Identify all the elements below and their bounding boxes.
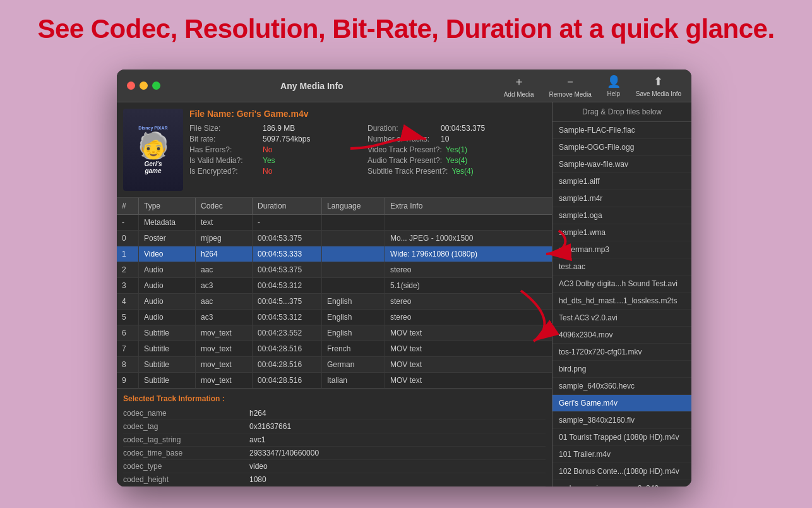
info-val: 1080	[249, 475, 266, 484]
track-info-area: Selected Track Information : codec_name …	[117, 389, 552, 487]
track-table: # Type Codec Duration Language Extra Inf…	[117, 198, 552, 389]
file-list-item[interactable]: Sample-FLAC-File.flac	[552, 122, 691, 139]
file-list-item[interactable]: tos-1720x720-cfg01.mkv	[552, 344, 691, 361]
table-row[interactable]: 2 Audio aac 00:04:53.375 stereo	[117, 262, 552, 278]
cell-codec: aac	[196, 294, 253, 309]
cell-num: 3	[117, 278, 139, 293]
table-row[interactable]: 0 Poster mjpeg 00:04:53.375 Mo... JPEG -…	[117, 231, 552, 246]
cell-type: Subtitle	[139, 341, 196, 356]
file-list-item[interactable]: sample1.m4r	[552, 190, 691, 207]
info-val: h264	[249, 409, 266, 418]
info-val: 0x31637661	[249, 422, 291, 431]
track-info-header: Selected Track Information :	[123, 394, 546, 403]
save-icon: ⬆	[654, 75, 663, 88]
file-list-item[interactable]: Geri's Game.m4v	[552, 395, 691, 412]
file-list-item[interactable]: AC3 Dolby digita...h Sound Test.avi	[552, 275, 691, 293]
cell-type: Subtitle	[139, 325, 196, 341]
cell-duration: -	[253, 215, 322, 230]
app-title: Any Media Info	[120, 81, 504, 91]
filename-header: File Name: Geri's Game.m4v	[189, 109, 546, 119]
file-list-item[interactable]: bird.png	[552, 361, 691, 378]
table-row[interactable]: 1 Video h264 00:04:53.333 Wide: 1796x108…	[117, 246, 552, 262]
audio-track-value: Yes(4)	[446, 156, 467, 165]
cell-language: English	[322, 294, 385, 309]
remove-media-button[interactable]: － Remove Media	[549, 74, 591, 98]
file-size-label: File Size:	[189, 124, 259, 133]
cell-duration: 00:04:53.375	[253, 262, 322, 277]
file-list-item[interactable]: Sample-OGG-File.ogg	[552, 139, 691, 156]
table-row[interactable]: 4 Audio aac 00:04:5...375 English stereo	[117, 294, 552, 310]
title-bar: Any Media Info ＋ Add Media － Remove Medi…	[117, 70, 691, 102]
file-list-item[interactable]: 101 Trailer.m4v	[552, 446, 691, 463]
is-valid-label: Is Valid Media?:	[189, 156, 259, 165]
cell-num: 8	[117, 357, 139, 372]
file-size-value: 186.9 MB	[263, 124, 295, 133]
cell-num: 0	[117, 231, 139, 246]
file-list-item[interactable]: superman.mp3	[552, 241, 691, 258]
num-tracks-label: Number of Tracks:	[367, 135, 437, 143]
cell-codec: mjpeg	[196, 231, 253, 246]
table-body: - Metadata text - 0 Poster mjpeg 00:04:5…	[117, 215, 552, 389]
add-icon: ＋	[513, 74, 525, 89]
audio-track-label: Audio Track Present?:	[367, 156, 442, 165]
help-button[interactable]: 👤 Help	[607, 75, 621, 97]
cell-extra	[385, 215, 552, 230]
app-window: Any Media Info ＋ Add Media － Remove Medi…	[117, 70, 691, 487]
cell-duration: 00:04:28.516	[253, 357, 322, 372]
left-panel: Disney PIXAR 🧓 Geri'sgame File Name: Ger…	[117, 102, 552, 487]
info-val: 2933347/140660000	[249, 449, 319, 457]
file-list-item[interactable]: test.aac	[552, 258, 691, 275]
cell-language	[322, 231, 385, 246]
cell-codec: mov_text	[196, 357, 253, 372]
file-list-item[interactable]: sample_640x360.hevc	[552, 378, 691, 395]
file-list-item[interactable]: hd_dts_hd_mast....1_lossless.m2ts	[552, 293, 691, 310]
file-list-item[interactable]: 4096x2304.mov	[552, 327, 691, 344]
duration-value: 00:04:53.375	[441, 124, 485, 133]
table-row[interactable]: 6 Subtitle mov_text 00:04:23.552 English…	[117, 325, 552, 341]
table-row[interactable]: 5 Audio ac3 00:04:53.312 English stereo	[117, 310, 552, 325]
bit-rate-value: 5097.754kbps	[263, 135, 310, 143]
table-row[interactable]: 8 Subtitle mov_text 00:04:28.516 German …	[117, 357, 552, 373]
cell-duration: 00:04:53.333	[253, 246, 322, 262]
file-list-item[interactable]: sample1.oga	[552, 207, 691, 224]
duration-label: Duration:	[367, 124, 437, 133]
file-list-item[interactable]: 102 Bonus Conte...(1080p HD).m4v	[552, 463, 691, 480]
file-list-item[interactable]: makeup_mjpeg_pcm_u8_240p.mov	[552, 480, 691, 487]
file-list-item[interactable]: sample1.wma	[552, 224, 691, 241]
file-list-item[interactable]: Sample-wav-file.wav	[552, 156, 691, 173]
cell-num: -	[117, 215, 139, 230]
table-row[interactable]: 9 Subtitle mov_text 00:04:28.516 Italian…	[117, 373, 552, 389]
cell-codec: mov_text	[196, 325, 253, 341]
has-errors-label: Has Errors?:	[189, 145, 259, 154]
cell-language	[322, 278, 385, 293]
col-header-duration: Duration	[253, 198, 322, 214]
cell-type: Video	[139, 246, 196, 262]
cell-codec: aac	[196, 262, 253, 277]
has-errors-value: No	[263, 145, 272, 154]
cell-num: 5	[117, 310, 139, 325]
file-list: Sample-FLAC-File.flacSample-OGG-File.ogg…	[552, 122, 691, 487]
right-sidebar: Drag & Drop files below Sample-FLAC-File…	[552, 102, 691, 487]
info-row: codec_name h264	[123, 407, 546, 420]
table-row[interactable]: 3 Audio ac3 00:04:53.312 5.1(side)	[117, 278, 552, 294]
cell-extra: stereo	[385, 294, 552, 309]
add-media-button[interactable]: ＋ Add Media	[504, 74, 534, 98]
table-header: # Type Codec Duration Language Extra Inf…	[117, 198, 552, 215]
file-list-item[interactable]: Test AC3 v2.0.avi	[552, 310, 691, 327]
info-key: codec_name	[123, 409, 249, 418]
file-list-item[interactable]: sample1.aiff	[552, 173, 691, 190]
table-row[interactable]: - Metadata text -	[117, 215, 552, 231]
info-row: codec_tag_string avc1	[123, 433, 546, 447]
meta-col-right: Duration: 00:04:53.375 Number of Tracks:…	[367, 124, 546, 176]
main-content: Disney PIXAR 🧓 Geri'sgame File Name: Ger…	[117, 102, 691, 487]
file-list-item[interactable]: sample_3840x2160.flv	[552, 412, 691, 429]
file-list-item[interactable]: 01 Tourist Trapped (1080p HD).m4v	[552, 429, 691, 446]
table-row[interactable]: 7 Subtitle mov_text 00:04:28.516 French …	[117, 341, 552, 357]
save-media-button[interactable]: ⬆ Save Media Info	[636, 75, 681, 97]
subtitle-track-label: Subtitle Track Present?:	[367, 167, 448, 176]
cell-duration: 00:04:53.312	[253, 278, 322, 293]
file-info-area: Disney PIXAR 🧓 Geri'sgame File Name: Ger…	[117, 102, 552, 198]
cell-num: 4	[117, 294, 139, 309]
cell-language	[322, 262, 385, 277]
cell-extra: MOV text	[385, 373, 552, 388]
